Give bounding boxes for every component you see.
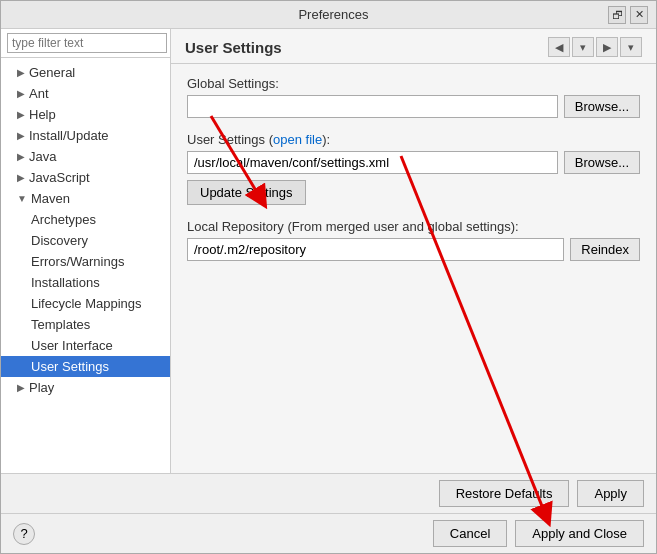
arrow-icon: ▶ — [17, 151, 25, 162]
sidebar-item-ant[interactable]: ▶ Ant — [1, 83, 170, 104]
sidebar-label-maven: Maven — [31, 191, 70, 206]
open-file-link[interactable]: open file — [273, 132, 322, 147]
update-settings-button[interactable]: Update Settings — [187, 180, 306, 205]
restore-defaults-button[interactable]: Restore Defaults — [439, 480, 570, 507]
sidebar-label-help: Help — [29, 107, 56, 122]
forward-dropdown-button[interactable]: ▾ — [620, 37, 642, 57]
sidebar-label-install: Install/Update — [29, 128, 109, 143]
arrow-icon: ▶ — [17, 88, 25, 99]
arrow-icon: ▶ — [17, 109, 25, 120]
apply-close-button[interactable]: Apply and Close — [515, 520, 644, 547]
sidebar-label-javascript: JavaScript — [29, 170, 90, 185]
browse-global-button[interactable]: Browse... — [564, 95, 640, 118]
tree: ▶ General ▶ Ant ▶ Help ▶ Install/Update … — [1, 58, 170, 473]
global-settings-group: Global Settings: Browse... — [187, 76, 640, 118]
back-dropdown-button[interactable]: ▾ — [572, 37, 594, 57]
content-title: User Settings — [185, 39, 282, 56]
close-button[interactable]: ✕ — [630, 6, 648, 24]
user-settings-row: Browse... — [187, 151, 640, 174]
bottom-bar-bottom: ? Cancel Apply and Close — [1, 514, 656, 553]
bottom-bar: Restore Defaults Apply ? Cancel Apply an… — [1, 473, 656, 553]
filter-bar: ✕ — [1, 29, 170, 58]
window-title: Preferences — [59, 7, 608, 22]
sidebar-child-lifecycle-mappings[interactable]: Lifecycle Mappings — [1, 293, 170, 314]
sidebar-label-ant: Ant — [29, 86, 49, 101]
nav-controls: ◀ ▾ ▶ ▾ — [548, 37, 642, 57]
reindex-button[interactable]: Reindex — [570, 238, 640, 261]
sidebar-item-maven[interactable]: ▼ Maven — [1, 188, 170, 209]
sidebar-label-play: Play — [29, 380, 54, 395]
sidebar-label-java: Java — [29, 149, 56, 164]
global-settings-input[interactable] — [187, 95, 558, 118]
local-repo-input[interactable] — [187, 238, 564, 261]
arrow-icon: ▶ — [17, 382, 25, 393]
user-settings-label: User Settings (open file): — [187, 132, 640, 147]
arrow-icon: ▶ — [17, 67, 25, 78]
back-button[interactable]: ◀ — [548, 37, 570, 57]
user-settings-input[interactable] — [187, 151, 558, 174]
sidebar-child-archetypes[interactable]: Archetypes — [1, 209, 170, 230]
local-repo-label: Local Repository (From merged user and g… — [187, 219, 640, 234]
arrow-icon: ▶ — [17, 130, 25, 141]
preferences-window: Preferences 🗗 ✕ ✕ ▶ General ▶ Ant — [0, 0, 657, 554]
sidebar-item-play[interactable]: ▶ Play — [1, 377, 170, 398]
restore-button[interactable]: 🗗 — [608, 6, 626, 24]
apply-button[interactable]: Apply — [577, 480, 644, 507]
local-repo-group: Local Repository (From merged user and g… — [187, 219, 640, 261]
sidebar-item-general[interactable]: ▶ General — [1, 62, 170, 83]
bottom-bar-right: Cancel Apply and Close — [433, 520, 644, 547]
local-repo-row: Reindex — [187, 238, 640, 261]
help-button[interactable]: ? — [13, 523, 35, 545]
sidebar-item-javascript[interactable]: ▶ JavaScript — [1, 167, 170, 188]
title-bar: Preferences 🗗 ✕ — [1, 1, 656, 29]
content-area: User Settings ◀ ▾ ▶ ▾ Global Settings: — [171, 29, 656, 473]
sidebar: ✕ ▶ General ▶ Ant ▶ Help ▶ Install/Updat… — [1, 29, 171, 473]
sidebar-child-user-settings[interactable]: User Settings — [1, 356, 170, 377]
main-area: ✕ ▶ General ▶ Ant ▶ Help ▶ Install/Updat… — [1, 29, 656, 473]
title-bar-controls: 🗗 ✕ — [608, 6, 648, 24]
bottom-bar-top: Restore Defaults Apply — [1, 474, 656, 514]
sidebar-item-java[interactable]: ▶ Java — [1, 146, 170, 167]
sidebar-label-general: General — [29, 65, 75, 80]
sidebar-child-templates[interactable]: Templates — [1, 314, 170, 335]
forward-button[interactable]: ▶ — [596, 37, 618, 57]
update-settings-row: Update Settings — [187, 174, 640, 205]
sidebar-child-discovery[interactable]: Discovery — [1, 230, 170, 251]
sidebar-child-errors-warnings[interactable]: Errors/Warnings — [1, 251, 170, 272]
sidebar-item-install-update[interactable]: ▶ Install/Update — [1, 125, 170, 146]
content-body: Global Settings: Browse... User Settings… — [171, 64, 656, 473]
filter-input[interactable] — [7, 33, 167, 53]
browse-user-button[interactable]: Browse... — [564, 151, 640, 174]
global-settings-label: Global Settings: — [187, 76, 640, 91]
arrow-icon: ▶ — [17, 172, 25, 183]
sidebar-child-user-interface[interactable]: User Interface — [1, 335, 170, 356]
sidebar-child-installations[interactable]: Installations — [1, 272, 170, 293]
arrow-icon: ▼ — [17, 193, 27, 204]
cancel-button[interactable]: Cancel — [433, 520, 507, 547]
global-settings-row: Browse... — [187, 95, 640, 118]
user-settings-group: User Settings (open file): Browse... Upd… — [187, 132, 640, 205]
sidebar-item-help[interactable]: ▶ Help — [1, 104, 170, 125]
